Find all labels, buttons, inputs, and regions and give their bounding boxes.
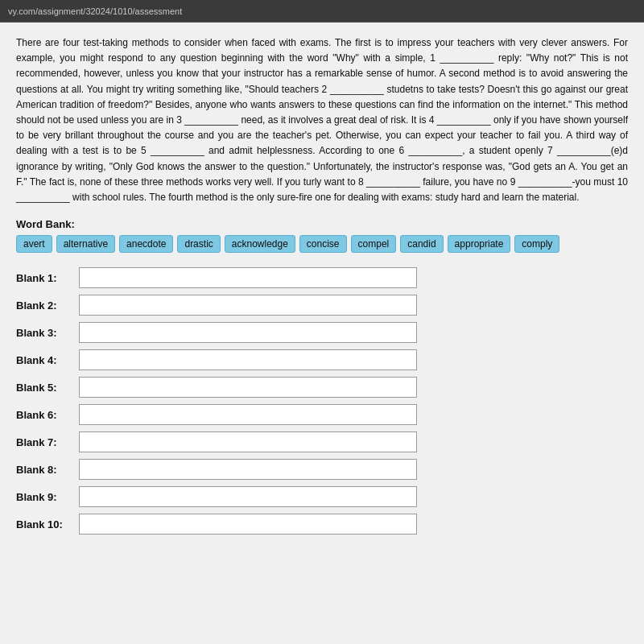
- word-bank-words: avertalternativeanecdotedrasticacknowled…: [16, 235, 628, 253]
- browser-bar: vy.com/assignment/32024/1010/assessment: [0, 0, 644, 23]
- blank-row-9: Blank 9:: [16, 486, 628, 507]
- blank-input-6[interactable]: [79, 404, 417, 425]
- blank-row-7: Blank 7:: [16, 431, 628, 452]
- blank-row-8: Blank 8:: [16, 459, 628, 480]
- word-chip-comply[interactable]: comply: [514, 235, 559, 253]
- blank-label-3: Blank 3:: [16, 327, 72, 339]
- blank-label-4: Blank 4:: [16, 354, 72, 366]
- word-chip-alternative[interactable]: alternative: [56, 235, 115, 253]
- blank-input-9[interactable]: [79, 486, 417, 507]
- blank-row-10: Blank 10:: [16, 514, 628, 535]
- blank-label-2: Blank 2:: [16, 299, 72, 312]
- word-bank-label: Word Bank:: [16, 218, 628, 230]
- word-chip-concise[interactable]: concise: [299, 235, 347, 253]
- word-chip-avert[interactable]: avert: [16, 235, 52, 253]
- blank-row-1: Blank 1:: [16, 267, 628, 288]
- blanks-section: Blank 1:Blank 2:Blank 3:Blank 4:Blank 5:…: [16, 267, 628, 535]
- word-chip-anecdote[interactable]: anecdote: [119, 235, 173, 253]
- passage-text: There are four test-taking methods to co…: [16, 35, 628, 205]
- url-bar: vy.com/assignment/32024/1010/assessment: [8, 6, 182, 16]
- word-chip-drastic[interactable]: drastic: [177, 235, 220, 253]
- blank-label-9: Blank 9:: [16, 491, 72, 503]
- word-bank-section: Word Bank: avertalternativeanecdotedrast…: [16, 218, 628, 253]
- blank-label-1: Blank 1:: [16, 272, 72, 284]
- word-chip-acknowledge[interactable]: acknowledge: [225, 235, 295, 253]
- blank-row-4: Blank 4:: [16, 349, 628, 370]
- blank-input-7[interactable]: [79, 431, 417, 452]
- blank-label-10: Blank 10:: [16, 518, 72, 530]
- blank-row-6: Blank 6:: [16, 404, 628, 425]
- blank-label-5: Blank 5:: [16, 382, 72, 394]
- blank-input-3[interactable]: [79, 322, 417, 343]
- blank-row-3: Blank 3:: [16, 322, 628, 343]
- word-chip-appropriate[interactable]: appropriate: [448, 235, 511, 253]
- main-content: There are four test-taking methods to co…: [0, 23, 644, 644]
- word-chip-compel[interactable]: compel: [351, 235, 397, 253]
- blank-input-8[interactable]: [79, 459, 417, 480]
- blank-input-2[interactable]: [79, 295, 417, 316]
- blank-row-5: Blank 5:: [16, 377, 628, 398]
- blank-input-10[interactable]: [79, 514, 417, 535]
- blank-input-4[interactable]: [79, 349, 417, 370]
- blank-label-8: Blank 8:: [16, 464, 72, 476]
- blank-label-7: Blank 7:: [16, 436, 72, 448]
- blank-row-2: Blank 2:: [16, 295, 628, 316]
- blank-input-1[interactable]: [79, 267, 417, 288]
- blank-input-5[interactable]: [79, 377, 417, 398]
- blank-label-6: Blank 6:: [16, 409, 72, 421]
- word-chip-candid[interactable]: candid: [400, 235, 443, 253]
